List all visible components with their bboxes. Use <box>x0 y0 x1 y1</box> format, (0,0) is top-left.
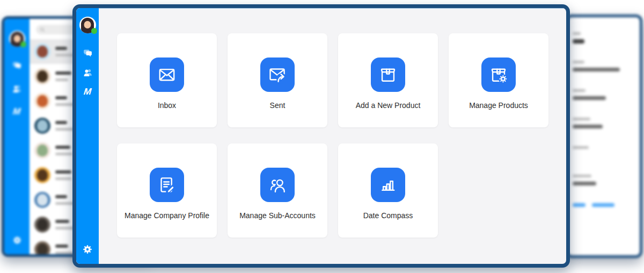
manage-products-box-gear-icon <box>481 58 516 92</box>
blurred-field-label <box>573 146 589 149</box>
add-product-box-icon <box>371 58 405 92</box>
blurred-last-message <box>55 78 68 81</box>
settings-gear-icon[interactable] <box>82 243 93 255</box>
blurred-field-label <box>573 89 586 92</box>
blurred-field-value <box>573 125 603 128</box>
chat-avatar <box>34 167 50 183</box>
sub-accounts-people-icon <box>260 168 295 202</box>
profile-field-row <box>573 146 634 163</box>
chat-bubbles-icon[interactable] <box>11 60 23 71</box>
sent-envelope-arrow-icon <box>260 58 295 92</box>
blurred-last-message <box>55 177 71 180</box>
blurred-field-label <box>573 175 591 177</box>
blurred-contact-name <box>55 245 68 248</box>
main-sidebar: M <box>76 8 99 264</box>
date-compass-chart-icon <box>371 168 405 202</box>
chat-avatar <box>34 217 50 233</box>
blurred-last-message <box>55 202 75 205</box>
dashboard-card[interactable]: Manage Sub-Accounts <box>228 143 327 238</box>
chat-avatar <box>34 44 50 60</box>
card-label: Date Compass <box>363 211 413 220</box>
card-label: Manage Products <box>469 101 528 110</box>
profile-field-row <box>573 175 634 191</box>
contact-profile-window[interactable] <box>565 15 642 258</box>
profile-field-row <box>573 89 634 106</box>
blurred-last-message <box>55 153 72 155</box>
blurred-contact-name <box>55 170 71 174</box>
profile-field-row <box>573 61 634 77</box>
company-profile-document-pencil-icon <box>150 168 184 202</box>
profile-fields <box>568 17 640 213</box>
blurred-field-label <box>573 61 584 63</box>
desktop-stage: M <box>0 0 644 273</box>
user-avatar[interactable] <box>9 31 25 47</box>
blurred-field-label <box>573 32 581 35</box>
chat-avatar <box>34 68 50 84</box>
dashboard-card[interactable]: Sent <box>228 33 327 127</box>
blurred-field-value <box>573 68 620 71</box>
user-avatar[interactable] <box>79 17 96 33</box>
blurred-contact-name <box>55 121 67 124</box>
chat-avatar <box>34 142 50 159</box>
blurred-contact-name <box>55 71 71 75</box>
chat-avatar <box>34 93 50 109</box>
avatar-face <box>84 21 91 28</box>
card-label: Add a New Product <box>356 101 421 110</box>
shortcut-cards-grid: Inbox Sent Add a New Product Manage Prod… <box>117 33 566 238</box>
blurred-contact-name <box>55 47 67 50</box>
dashboard-card[interactable]: Add a New Product <box>338 33 438 127</box>
blurred-contact-name <box>55 96 67 99</box>
dashboard-card[interactable]: Manage Company Profile <box>117 143 217 238</box>
blurred-field-value <box>573 96 606 100</box>
online-status-dot <box>91 28 97 34</box>
chat-window-sidebar: M <box>4 19 30 254</box>
blurred-contact-name <box>55 195 67 198</box>
m-logo-icon[interactable]: M <box>12 106 21 117</box>
search-icon <box>39 26 46 33</box>
dashboard-card[interactable]: Manage Products <box>449 33 548 127</box>
dashboard-content: Inbox Sent Add a New Product Manage Prod… <box>99 8 566 264</box>
blurred-field-value <box>573 39 584 44</box>
chat-bubbles-icon[interactable] <box>82 47 93 59</box>
blurred-link <box>592 203 614 207</box>
blurred-field-value <box>573 182 596 185</box>
card-label: Manage Sub-Accounts <box>239 211 316 220</box>
card-label: Manage Company Profile <box>125 211 209 220</box>
contacts-icon[interactable] <box>82 67 93 78</box>
main-dashboard-window: M Inbox Sent Add a New Product <box>72 4 570 268</box>
online-status-dot <box>20 41 26 47</box>
m-logo-icon[interactable]: M <box>83 86 92 97</box>
inbox-envelope-icon <box>150 58 184 92</box>
avatar-face <box>13 35 20 42</box>
card-label: Inbox <box>158 101 176 110</box>
blurred-contact-name <box>55 146 70 149</box>
chat-avatar <box>34 192 50 208</box>
dashboard-card[interactable]: Inbox <box>117 33 217 127</box>
blurred-field-value <box>573 203 586 207</box>
settings-gear-icon[interactable] <box>12 235 23 246</box>
chat-avatar <box>34 118 50 134</box>
dashboard-card[interactable]: Date Compass <box>338 143 438 238</box>
profile-field-row <box>573 203 634 213</box>
card-label: Sent <box>270 101 286 110</box>
contacts-icon[interactable] <box>11 83 23 94</box>
blurred-field-label <box>573 118 590 120</box>
profile-field-row <box>573 32 634 49</box>
blurred-contact-name <box>55 220 69 223</box>
blurred-last-message <box>55 252 74 254</box>
profile-field-row <box>573 118 634 134</box>
chat-avatar <box>34 241 50 254</box>
